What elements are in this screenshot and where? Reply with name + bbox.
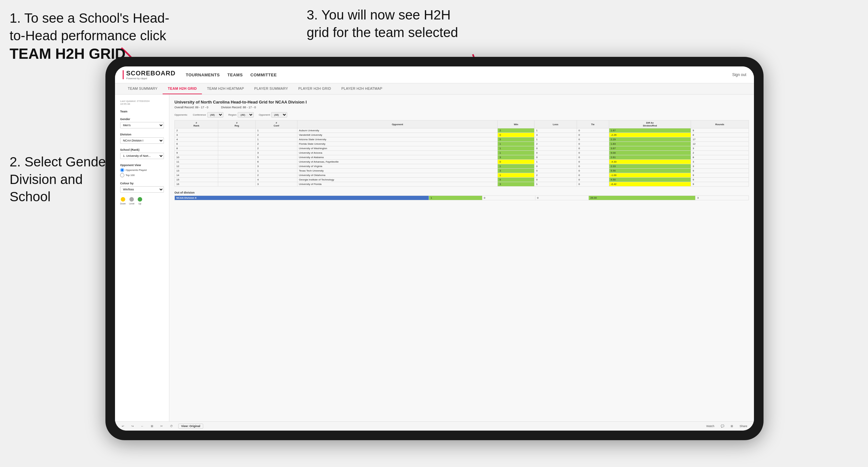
table-row: 8 2 University of Washington 1 0 0 3.67 … bbox=[175, 146, 749, 151]
logo-text: SCOREBOARD bbox=[126, 70, 176, 77]
annotation-3-line2: grid for the team selected bbox=[307, 25, 458, 40]
legend-down: Down bbox=[120, 197, 126, 205]
toolbar-watch[interactable]: Watch bbox=[705, 424, 716, 428]
toolbar-comment[interactable]: 💬 bbox=[719, 424, 726, 428]
nav-sign-out[interactable]: Sign out bbox=[732, 72, 746, 77]
col-reg: #Reg bbox=[218, 120, 255, 128]
legend-dot-level bbox=[129, 197, 134, 201]
sidebar: Last Updated: 27/03/2024 16:55:38 Team G… bbox=[115, 95, 169, 421]
toolbar-back[interactable]: ← bbox=[139, 424, 145, 428]
toolbar-right: Watch 💬 ⊞ Share bbox=[705, 424, 749, 428]
opponent-filter-select[interactable]: (All) bbox=[271, 112, 287, 118]
out-division-table: NCAA Division II 1 0 0 26.00 3 bbox=[175, 195, 749, 200]
annotation-1-line1: 1. To see a School's Head- bbox=[9, 10, 169, 26]
timestamp-time: 16:55:38 bbox=[120, 102, 164, 105]
table-row: 6 2 Florida State University 1 2 0 1.83 … bbox=[175, 142, 749, 146]
school-select[interactable]: 1. University of Nort... bbox=[120, 153, 164, 159]
table-row: 2 1 Auburn University 2 1 0 1.67 9 bbox=[175, 128, 749, 133]
toolbar-time[interactable]: ⏱ bbox=[168, 424, 175, 428]
col-diff: Diff AvStrokes/Rnd bbox=[609, 120, 691, 128]
col-loss: Loss bbox=[534, 120, 577, 128]
grid-title: University of North Carolina Head-to-Hea… bbox=[175, 100, 749, 104]
tab-player-summary[interactable]: PLAYER SUMMARY bbox=[249, 83, 293, 94]
annotation-3: 3. You will now see H2H grid for the tea… bbox=[307, 6, 498, 41]
col-rank: #Rank bbox=[175, 120, 218, 128]
colour-select[interactable]: Win/loss bbox=[120, 186, 164, 193]
legend-up: Up bbox=[138, 197, 142, 205]
filter-conference: Opponents: bbox=[175, 114, 188, 116]
out-of-division: Out of division NCAA Division II 1 0 0 2… bbox=[175, 191, 749, 200]
logo-sub: Powered by clippd bbox=[126, 77, 176, 80]
division-select[interactable]: NCAA Division I bbox=[120, 137, 164, 144]
table-row: 14 2 University of Oklahoma 1 2 0 -1.00 … bbox=[175, 173, 749, 178]
opponent-view-label: Opponent View bbox=[120, 163, 164, 167]
nav-teams[interactable]: TEAMS bbox=[227, 72, 243, 77]
logo-accent-bar bbox=[123, 70, 124, 79]
annotation-1-line2: to-Head performance click bbox=[9, 28, 166, 43]
out-tie: 0 bbox=[535, 196, 589, 200]
conference-filter-select[interactable]: (All) bbox=[207, 112, 223, 118]
out-division-row: NCAA Division II 1 0 0 26.00 3 bbox=[175, 196, 749, 200]
toolbar-redo[interactable]: ↪ bbox=[130, 424, 135, 428]
out-rounds: 3 bbox=[695, 196, 749, 200]
legend-dot-down bbox=[121, 197, 125, 201]
timestamp-label: Last Updated: 27/03/2024 bbox=[120, 100, 164, 102]
legend-level: Level bbox=[129, 197, 134, 205]
h2h-table: #Rank #Reg #Conf Opponent Win Loss Tie D… bbox=[175, 120, 749, 187]
nav-bar: SCOREBOARD Powered by clippd TOURNAMENTS… bbox=[115, 66, 754, 83]
gender-select[interactable]: Men's bbox=[120, 122, 164, 128]
tab-team-h2h-heatmap[interactable]: TEAM H2H HEATMAP bbox=[202, 83, 249, 94]
sidebar-timestamp: Last Updated: 27/03/2024 16:55:38 bbox=[120, 100, 164, 105]
tab-team-summary[interactable]: TEAM SUMMARY bbox=[123, 83, 163, 94]
nav-committee[interactable]: COMMITTEE bbox=[250, 72, 277, 77]
team-label: Team bbox=[120, 110, 164, 113]
nav-tournaments[interactable]: TOURNAMENTS bbox=[186, 72, 219, 77]
table-row: 3 2 Vanderbilt University 0 4 0 -2.29 8 bbox=[175, 133, 749, 137]
toolbar-fit[interactable]: ⊞ bbox=[149, 424, 155, 428]
legend-label-level: Level bbox=[129, 203, 134, 205]
out-division-name: NCAA Division II bbox=[175, 196, 429, 200]
col-win: Win bbox=[498, 120, 534, 128]
logo: SCOREBOARD Powered by clippd bbox=[123, 70, 176, 80]
table-row: 13 1 Texas Tech University 3 0 0 5.56 9 bbox=[175, 169, 749, 173]
table-row: 11 6 University of Arkansas, Fayettevill… bbox=[175, 160, 749, 164]
main-content: Last Updated: 27/03/2024 16:55:38 Team G… bbox=[115, 95, 754, 421]
col-rounds: Rounds bbox=[691, 120, 749, 128]
legend-label-up: Up bbox=[138, 203, 141, 205]
col-opponent: Opponent bbox=[297, 120, 498, 128]
sidebar-opponent-section: Opponent View Opponents Played Top 100 bbox=[120, 163, 164, 177]
out-of-division-title: Out of division bbox=[175, 191, 749, 194]
colour-legend: Down Level Up bbox=[120, 197, 164, 205]
sidebar-division-section: Division NCAA Division I bbox=[120, 133, 164, 144]
tab-player-h2h-grid[interactable]: PLAYER H2H GRID bbox=[293, 83, 336, 94]
opponent-radio-group: Opponents Played Top 100 bbox=[120, 168, 164, 177]
toolbar-crop[interactable]: ✂ bbox=[159, 424, 164, 428]
school-label: School (Rank) bbox=[120, 148, 164, 151]
table-row: 4 1 Arizona State University 5 1 0 2.29 … bbox=[175, 137, 749, 142]
table-row: 12 3 University of Virginia 1 0 0 2.33 3 bbox=[175, 164, 749, 169]
region-filter-select[interactable]: (All) bbox=[238, 112, 254, 118]
out-diff: 26.00 bbox=[588, 196, 695, 200]
grid-area: University of North Carolina Head-to-Hea… bbox=[169, 95, 754, 421]
sidebar-colour-section: Colour by Win/loss bbox=[120, 182, 164, 193]
opponent-radio-played[interactable]: Opponents Played bbox=[120, 168, 164, 172]
opponent-radio-top100[interactable]: Top 100 bbox=[120, 173, 164, 177]
gender-label: Gender bbox=[120, 118, 164, 121]
filter-conference-group: Conference (All) bbox=[193, 112, 223, 118]
legend-label-down: Down bbox=[120, 203, 126, 205]
table-row: 16 3 University of Florida 3 1 0 -6.42 9 bbox=[175, 182, 749, 187]
annotation-1-bold: TEAM H2H GRID bbox=[9, 45, 126, 62]
colour-label: Colour by bbox=[120, 182, 164, 185]
filter-opponent-group: Opponent (All) bbox=[259, 112, 287, 118]
tablet-screen: SCOREBOARD Powered by clippd TOURNAMENTS… bbox=[115, 66, 754, 431]
sidebar-team-section: Team bbox=[120, 110, 164, 113]
tab-team-h2h-grid[interactable]: TEAM H2H GRID bbox=[163, 83, 202, 94]
toolbar-grid-icon[interactable]: ⊞ bbox=[729, 424, 735, 428]
toolbar-undo[interactable]: ↩ bbox=[120, 424, 126, 428]
filters-row: Opponents: Conference (All) Region (All) bbox=[175, 112, 749, 118]
conference-label: Conference bbox=[193, 114, 206, 116]
tab-player-h2h-heatmap[interactable]: PLAYER H2H HEATMAP bbox=[336, 83, 387, 94]
toolbar-share[interactable]: Share bbox=[738, 424, 749, 428]
toolbar-view[interactable]: View: Original bbox=[178, 424, 203, 429]
sidebar-gender-section: Gender Men's bbox=[120, 118, 164, 128]
